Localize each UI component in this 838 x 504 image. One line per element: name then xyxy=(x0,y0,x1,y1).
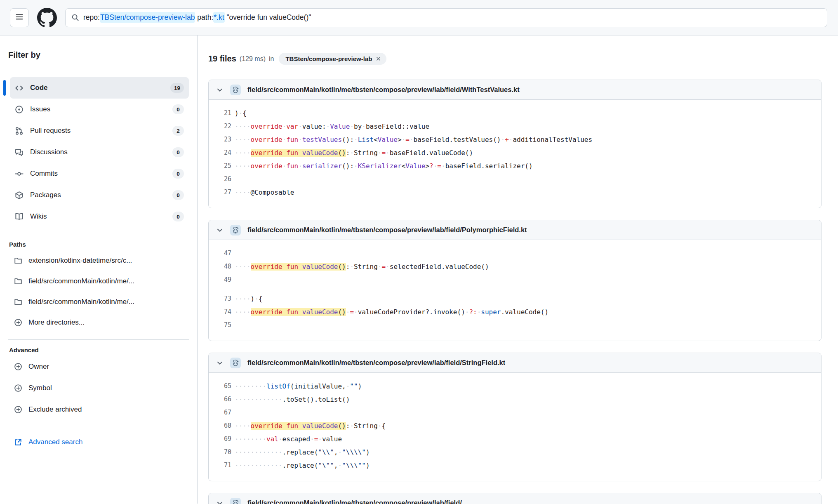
search-query-segment: *.kt xyxy=(213,12,224,23)
advanced-search-link[interactable]: Advanced search xyxy=(8,434,189,446)
search-query-segment: path: xyxy=(195,13,213,21)
code-text: ····override·var·value:·Value·by·baseFie… xyxy=(235,122,429,130)
file-path-link[interactable]: field/src/commonMain/kotlin/me/tbsten/co… xyxy=(247,226,527,234)
line-number[interactable]: 26 xyxy=(209,175,231,183)
result-card: field/src/commonMain/kotlin/me/tbsten/co… xyxy=(208,80,822,208)
search-query-text: repo:TBSten/compose-preview-lab path:*.k… xyxy=(83,13,311,22)
more-directories-item[interactable]: More directories... xyxy=(8,312,189,333)
code-text: ············.replace("\"",·"\\\"") xyxy=(235,462,370,469)
code-text: )·{ xyxy=(235,109,247,117)
line-number[interactable]: 22 xyxy=(209,122,231,130)
code-text: ············.toSet().toList() xyxy=(235,396,350,403)
sidebar-item-wikis[interactable]: Wikis0 xyxy=(10,206,189,227)
result-card-header: field/src/commonMain/kotlin/me/tbsten/co… xyxy=(209,353,821,373)
line-number[interactable]: 67 xyxy=(209,409,231,416)
file-path-link[interactable]: field/src/commonMain/kotlin/me/tbsten/co… xyxy=(247,359,505,367)
line-number[interactable]: 74 xyxy=(209,308,231,316)
advanced-search-label: Advanced search xyxy=(28,438,82,446)
search-input[interactable]: repo:TBSten/compose-preview-lab path:*.k… xyxy=(65,8,827,27)
line-number[interactable]: 49 xyxy=(209,276,231,283)
search-query-segment: "override fun valueCode()" xyxy=(225,13,311,21)
issues-icon xyxy=(15,105,24,114)
repo-avatar xyxy=(230,358,241,368)
advanced-list: OwnerSymbolExclude archived xyxy=(8,356,189,420)
code-line: 69········val·escaped·=·value xyxy=(209,432,821,445)
line-number[interactable]: 21 xyxy=(209,109,231,117)
path-filter-item[interactable]: field/src/commonMain/kotlin/me/... xyxy=(8,271,189,292)
line-number[interactable]: 75 xyxy=(209,321,231,329)
line-number[interactable]: 25 xyxy=(209,162,231,170)
code-text: ····override fun valueCode():·String·{ xyxy=(235,422,386,430)
sidebar-item-code[interactable]: Code19 xyxy=(10,77,189,99)
pull-request-icon xyxy=(15,127,24,135)
chevron-down-icon[interactable] xyxy=(216,226,224,234)
sidebar-item-commits[interactable]: Commits0 xyxy=(10,163,189,184)
line-number[interactable]: 47 xyxy=(209,250,231,257)
line-number[interactable]: 66 xyxy=(209,396,231,403)
sidebar-item-label: Pull requests xyxy=(30,127,71,135)
advanced-heading: Advanced xyxy=(9,346,189,353)
hamburger-menu-button[interactable] xyxy=(10,8,29,27)
code-text: ····override fun valueCode():·String·=·s… xyxy=(235,263,489,271)
advanced-item-exclude-archived[interactable]: Exclude archived xyxy=(8,399,189,420)
code-line: 67 xyxy=(209,406,821,419)
sidebar-item-pull-requests[interactable]: Pull requests2 xyxy=(10,120,189,141)
advanced-item-symbol[interactable]: Symbol xyxy=(8,377,189,399)
chevron-down-icon[interactable] xyxy=(216,499,224,504)
results-in-label: in xyxy=(269,55,274,63)
sidebar-item-label: Code xyxy=(30,84,48,92)
line-number[interactable]: 27 xyxy=(209,188,231,196)
advanced-item-owner[interactable]: Owner xyxy=(8,356,189,377)
advanced-item-label: Owner xyxy=(28,363,49,371)
code-line: 49 xyxy=(209,273,821,286)
code-line: 66············.toSet().toList() xyxy=(209,393,821,406)
filter-by-heading: Filter by xyxy=(8,50,189,60)
line-number[interactable]: 48 xyxy=(209,263,231,270)
code-line: 24····override fun valueCode():·String·=… xyxy=(209,146,821,159)
count-badge: 0 xyxy=(172,104,184,114)
count-badge: 0 xyxy=(172,212,184,221)
result-card-header: field/src/commonMain/kotlin/me/tbsten/co… xyxy=(209,220,821,240)
search-icon xyxy=(71,14,79,21)
chevron-down-icon[interactable] xyxy=(216,86,224,94)
code-line: 22····override·var·value:·Value·by·baseF… xyxy=(209,120,821,133)
sidebar-item-packages[interactable]: Packages0 xyxy=(10,184,189,206)
result-card-header: field/src/commonMain/kotlin/me/tbsten/co… xyxy=(209,493,821,504)
code-line: 23····override·fun·testValues():·List<Va… xyxy=(209,133,821,146)
line-number[interactable]: 73 xyxy=(209,295,231,302)
count-badge: 0 xyxy=(172,147,184,157)
repo-avatar xyxy=(230,498,241,504)
file-path-link[interactable]: field/src/commonMain/kotlin/me/tbsten/co… xyxy=(247,86,520,94)
github-logo-icon[interactable] xyxy=(37,8,57,28)
code-line: 70············.replace("\\",·"\\\\") xyxy=(209,445,821,459)
code-snippet: 65········listOf(initialValue,·"")66····… xyxy=(209,373,821,481)
line-number[interactable]: 71 xyxy=(209,462,231,469)
line-number[interactable]: 65 xyxy=(209,382,231,390)
packages-icon xyxy=(15,191,24,200)
path-filter-item[interactable]: field/src/commonMain/kotlin/me/... xyxy=(8,292,189,312)
code-line: 27····@Composable xyxy=(209,186,821,199)
file-path-link[interactable]: field/src/commonMain/kotlin/me/tbsten/co… xyxy=(247,499,468,504)
path-filter-label: extension/kotlinx-datetime/src/c... xyxy=(28,257,132,265)
result-card: field/src/commonMain/kotlin/me/tbsten/co… xyxy=(208,353,822,481)
close-icon[interactable] xyxy=(375,56,381,62)
sidebar-item-discussions[interactable]: Discussions0 xyxy=(10,141,189,163)
code-line: 25····override·fun·serializer():·KSerial… xyxy=(209,159,821,172)
line-number[interactable]: 23 xyxy=(209,136,231,143)
path-filter-label: field/src/commonMain/kotlin/me/... xyxy=(28,277,134,285)
sidebar-item-issues[interactable]: Issues0 xyxy=(10,99,189,120)
repo-filter-chip[interactable]: TBSten/compose-preview-lab xyxy=(279,53,386,65)
sidebar-divider xyxy=(8,427,189,427)
result-card: field/src/commonMain/kotlin/me/tbsten/co… xyxy=(208,220,822,341)
code-text: ········listOf(initialValue,·"") xyxy=(235,382,362,390)
line-number[interactable]: 69 xyxy=(209,435,231,443)
external-link-icon xyxy=(14,438,22,446)
line-number[interactable]: 70 xyxy=(209,448,231,456)
line-number[interactable]: 68 xyxy=(209,422,231,429)
line-number[interactable]: 24 xyxy=(209,149,231,156)
plus-circle-icon xyxy=(14,384,22,392)
path-filter-item[interactable]: extension/kotlinx-datetime/src/c... xyxy=(8,250,189,271)
chevron-down-icon[interactable] xyxy=(216,359,224,367)
filter-sidebar: Filter by Code19Issues0Pull requests2Dis… xyxy=(0,35,198,504)
count-badge: 0 xyxy=(172,190,184,200)
